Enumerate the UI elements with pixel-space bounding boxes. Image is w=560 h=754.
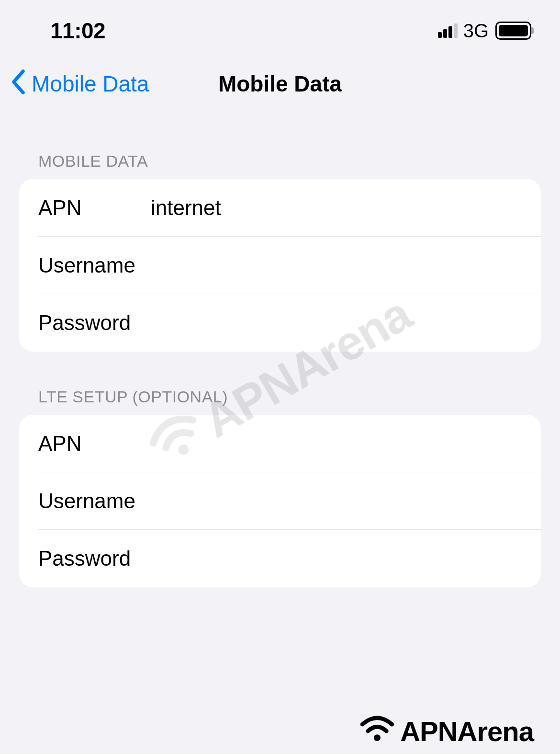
field-label: Username: [38, 253, 151, 277]
lte-apn-input[interactable]: [151, 432, 522, 456]
signal-icon: [438, 23, 458, 38]
field-label: APN: [38, 196, 151, 220]
card-lte: APN Username Password: [19, 415, 541, 587]
row-lte-password[interactable]: Password: [19, 530, 541, 587]
lte-password-input[interactable]: [151, 547, 522, 571]
row-username[interactable]: Username: [38, 237, 541, 294]
row-lte-username[interactable]: Username: [38, 472, 541, 530]
status-indicators: 3G: [438, 20, 531, 42]
watermark-bottom: APNArena: [358, 713, 534, 749]
card-mobile-data: APN Username Password: [19, 179, 541, 352]
field-label: Password: [38, 547, 151, 571]
svg-point-1: [374, 734, 381, 741]
apn-input[interactable]: [151, 196, 522, 220]
chevron-left-icon: [10, 69, 26, 100]
password-input[interactable]: [151, 311, 522, 335]
field-label: APN: [38, 432, 151, 456]
back-button[interactable]: Mobile Data: [10, 69, 149, 100]
nav-bar: Mobile Data Mobile Data: [0, 43, 560, 111]
status-time: 11:02: [50, 18, 105, 44]
username-input[interactable]: [151, 253, 522, 277]
section-header-mobile-data: MOBILE DATA: [0, 152, 560, 179]
row-lte-apn[interactable]: APN: [38, 415, 541, 472]
network-type: 3G: [463, 20, 489, 42]
row-apn[interactable]: APN: [38, 179, 541, 237]
field-label: Username: [38, 489, 151, 513]
section-header-lte: LTE SETUP (OPTIONAL): [0, 388, 560, 415]
wifi-icon: [358, 713, 396, 749]
row-password[interactable]: Password: [19, 294, 541, 352]
back-label: Mobile Data: [32, 71, 149, 97]
status-bar: 11:02 3G: [0, 0, 560, 43]
field-label: Password: [38, 311, 151, 335]
battery-icon: [495, 22, 531, 40]
lte-username-input[interactable]: [151, 489, 522, 513]
